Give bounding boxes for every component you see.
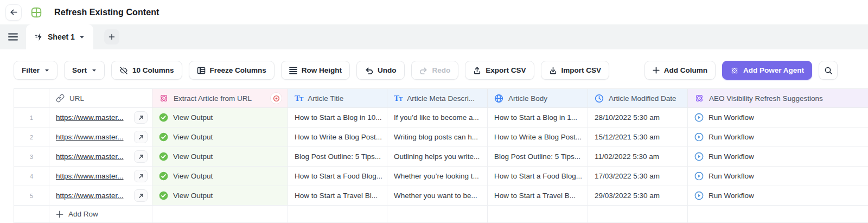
column-header-article-meta[interactable]: TT Article Meta Descri... — [387, 89, 488, 107]
article-body-cell[interactable]: How to Write a Blog Post... — [488, 128, 588, 146]
url-cell: https://www.master... — [49, 128, 152, 146]
view-output-cell[interactable]: View Output — [152, 128, 288, 146]
column-label: URL — [69, 94, 84, 103]
menu-hamburger-icon[interactable] — [7, 24, 20, 49]
add-row-band: Add Row — [14, 206, 868, 223]
text-type-icon: TT — [295, 94, 303, 103]
run-workflow-cell[interactable]: Run Workflow — [688, 186, 868, 205]
add-row-label: Add Row — [68, 210, 98, 218]
run-workflow-cell[interactable]: Run Workflow — [688, 108, 868, 127]
freeze-columns-label: Freeze Columns — [210, 66, 266, 74]
row-number-empty — [14, 206, 49, 222]
article-body-cell[interactable]: How to Start a Food Blog... — [488, 167, 588, 186]
hidden-columns-button[interactable]: 10 Columns — [111, 61, 182, 80]
redo-button[interactable]: Redo — [411, 61, 459, 80]
url-cell: https://www.master... — [49, 147, 152, 166]
view-output-cell[interactable]: View Output — [152, 186, 288, 205]
eye-off-icon — [119, 66, 128, 75]
open-url-button[interactable] — [134, 189, 148, 202]
search-button[interactable] — [819, 61, 838, 80]
open-url-button[interactable] — [134, 170, 148, 182]
article-title-cell[interactable]: How to Write a Blog Post... — [288, 128, 387, 146]
text-type-icon: TT — [394, 94, 402, 103]
freeze-columns-button[interactable]: Freeze Columns — [189, 61, 275, 80]
article-modified-date-cell[interactable]: 15/12/2021 5:30 am — [588, 128, 688, 146]
add-power-agent-label: Add Power Agent — [743, 66, 804, 74]
article-title-cell[interactable]: How to Start a Blog in 10... — [288, 108, 387, 127]
column-header-article-title[interactable]: TT Article Title — [288, 89, 387, 107]
data-table: URL Extract Article from URL TT Article … — [14, 88, 868, 223]
play-circle-icon — [694, 152, 704, 161]
table-row: 4 https://www.master... View Output How … — [14, 167, 868, 186]
article-body-cell[interactable]: How to Start a Blog in 1... — [488, 108, 588, 127]
view-output-cell[interactable]: View Output — [152, 167, 288, 186]
url-link[interactable]: https://www.master... — [56, 192, 130, 200]
run-workflow-cell[interactable]: Run Workflow — [688, 167, 868, 186]
add-column-label: Add Column — [664, 66, 707, 74]
view-output-cell[interactable]: View Output — [152, 147, 288, 166]
add-column-button[interactable]: Add Column — [644, 61, 716, 80]
sheet-grid-logo-icon — [30, 7, 42, 18]
view-output-cell[interactable]: View Output — [152, 108, 288, 127]
article-meta-cell[interactable]: Outlining helps you write... — [387, 147, 488, 166]
export-csv-button[interactable]: Export CSV — [465, 61, 534, 80]
run-workflow-cell[interactable]: Run Workflow — [688, 128, 868, 146]
article-title-cell[interactable]: How to Start a Travel Bl... — [288, 186, 387, 205]
article-modified-date-cell[interactable]: 29/03/2022 5:30 am — [588, 186, 688, 205]
chevron-down-icon — [79, 35, 85, 39]
url-link[interactable]: https://www.master... — [56, 113, 130, 122]
open-url-button[interactable] — [134, 111, 148, 124]
tab-sheet-1[interactable]: Sheet 1 — [26, 24, 93, 49]
link-icon — [56, 94, 65, 103]
record-target-icon[interactable] — [270, 92, 282, 104]
url-link[interactable]: https://www.master... — [56, 133, 130, 141]
article-modified-date-cell[interactable]: 11/02/2022 5:30 am — [588, 147, 688, 166]
run-workflow-label: Run Workflow — [709, 133, 754, 141]
article-modified-date-cell[interactable]: 17/03/2022 5:30 am — [588, 167, 688, 186]
article-body-cell[interactable]: How to Start a Travel B... — [488, 186, 588, 205]
clock-icon — [595, 94, 604, 103]
article-title-cell[interactable]: How to Start a Food Blog... — [288, 167, 387, 186]
article-title-cell[interactable]: Blog Post Outline: 5 Tips... — [288, 147, 387, 166]
article-meta-cell[interactable]: Whether you want to be... — [387, 186, 488, 205]
play-circle-icon — [694, 132, 704, 142]
url-link[interactable]: https://www.master... — [56, 152, 130, 161]
row-number: 3 — [14, 147, 49, 166]
column-header-url[interactable]: URL — [49, 89, 152, 107]
run-workflow-label: Run Workflow — [709, 113, 754, 122]
open-url-button[interactable] — [134, 150, 148, 163]
column-header-aeo-suggestions[interactable]: AEO Visibility Refresh Suggestions — [688, 89, 868, 107]
article-meta-cell[interactable]: If you’d like to become a... — [387, 108, 488, 127]
article-meta-cell[interactable]: Whether you’re looking t... — [387, 167, 488, 186]
column-header-article-modified-date[interactable]: Article Modified Date — [588, 89, 688, 107]
play-circle-icon — [694, 191, 704, 200]
add-row-button[interactable]: Add Row — [49, 206, 152, 222]
view-output-label: View Output — [173, 133, 213, 141]
column-header-article-body[interactable]: Article Body — [488, 89, 588, 107]
check-circle-icon — [159, 113, 168, 122]
column-header-extract-article[interactable]: Extract Article from URL — [152, 89, 288, 107]
column-label: Extract Article from URL — [174, 94, 252, 103]
add-power-agent-button[interactable]: Add Power Agent — [722, 61, 812, 80]
plus-icon — [108, 34, 115, 40]
import-csv-button[interactable]: Import CSV — [541, 61, 610, 80]
article-meta-cell[interactable]: Writing blog posts can h... — [387, 128, 488, 146]
undo-button[interactable]: Undo — [356, 61, 405, 80]
url-link[interactable]: https://www.master... — [56, 172, 130, 180]
open-url-button[interactable] — [134, 131, 148, 143]
filter-button[interactable]: Filter — [14, 61, 58, 80]
article-modified-date-cell[interactable]: 28/10/2022 5:30 am — [588, 108, 688, 127]
add-sheet-button[interactable] — [104, 29, 119, 44]
article-body-cell[interactable]: Blog Post Outline: 5 Tips... — [488, 147, 588, 166]
sort-button[interactable]: Sort — [64, 61, 105, 80]
hidden-columns-label: 10 Columns — [132, 66, 174, 74]
external-link-icon — [138, 154, 144, 160]
column-label: Article Modified Date — [609, 94, 676, 103]
back-button[interactable] — [5, 4, 22, 21]
row-height-button[interactable]: Row Height — [281, 61, 350, 80]
row-lines-icon — [289, 67, 297, 74]
tab-label: Sheet 1 — [48, 33, 75, 41]
run-workflow-cell[interactable]: Run Workflow — [688, 147, 868, 166]
check-circle-icon — [159, 191, 168, 200]
power-agent-atom-icon — [730, 66, 739, 75]
